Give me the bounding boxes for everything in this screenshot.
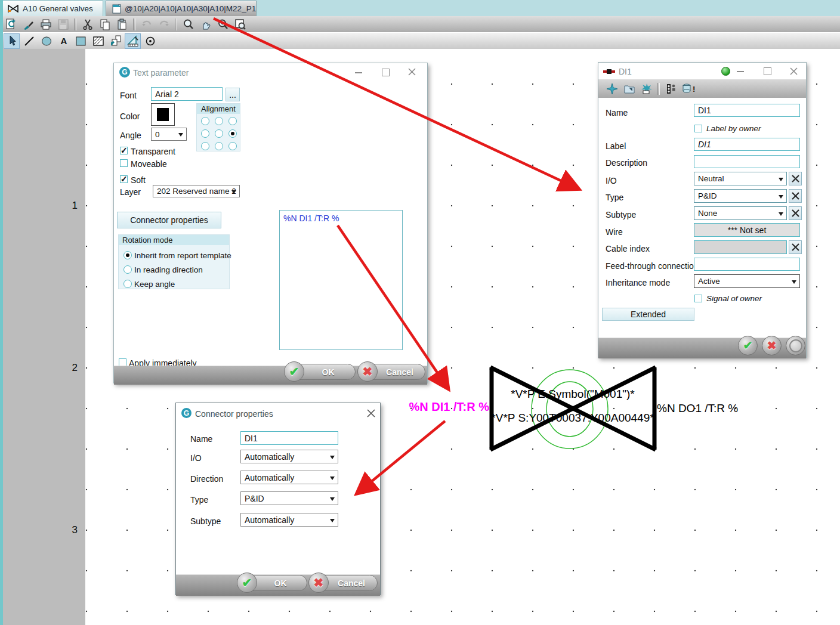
zoom-icon[interactable] [180, 17, 196, 32]
rotation-radio-inherit[interactable] [123, 251, 132, 259]
name-field[interactable]: DI1 [240, 431, 338, 445]
text-icon[interactable]: A [55, 33, 72, 49]
dialog-title-bar[interactable]: G Text parameter [114, 63, 427, 81]
cable-clear-button[interactable] [789, 240, 802, 254]
signal-of-owner-checkbox[interactable] [694, 295, 702, 302]
check-icon: ✔ [284, 361, 304, 382]
connector-properties-button[interactable]: Connector properties [117, 212, 221, 228]
type-clear-button[interactable] [789, 189, 802, 203]
subtype-clear-button[interactable] [789, 206, 802, 220]
feed-through-field[interactable] [694, 258, 800, 271]
label-field[interactable]: DI1 [694, 138, 800, 151]
ok-circle-button[interactable]: ✔ [738, 336, 758, 355]
label-by-owner-checkbox[interactable] [694, 125, 702, 132]
open-folder-icon[interactable] [621, 81, 637, 97]
toolbar-separator [175, 18, 177, 30]
minimize-icon[interactable] [355, 72, 362, 73]
select-arrow-icon[interactable] [4, 33, 20, 49]
app-logo-icon: G [119, 67, 130, 78]
type-dropdown[interactable]: P&ID [240, 491, 338, 505]
transparent-checkbox[interactable] [120, 147, 128, 154]
alignment-radio[interactable] [201, 129, 209, 138]
rectangle-icon[interactable] [73, 33, 89, 49]
inheritance-dropdown[interactable]: Active [694, 274, 800, 288]
close-icon[interactable] [366, 409, 376, 418]
cut-icon[interactable] [79, 17, 95, 32]
tab-label: A10 General valves [23, 4, 93, 13]
copy-icon[interactable] [97, 17, 113, 32]
extended-button[interactable]: Extended [602, 308, 694, 321]
move-symbol-icon[interactable] [107, 33, 123, 49]
direction-dropdown[interactable]: Automatically [240, 471, 338, 484]
dialog-title: Text parameter [133, 68, 189, 78]
alignment-radio[interactable] [215, 129, 223, 138]
page-refresh-icon[interactable] [3, 17, 19, 32]
io-dropdown[interactable]: Neutral [694, 172, 787, 185]
alignment-radio[interactable] [228, 142, 237, 150]
symbol-attribute-text[interactable]: *V*P S:Y00T00037:Y00A00449* [474, 411, 671, 425]
toggle-list-icon[interactable] [663, 81, 679, 97]
maximize-icon[interactable] [382, 69, 390, 76]
subtype-dropdown[interactable]: None [694, 206, 787, 220]
symbol-attribute-text[interactable]: *V*P E.Symbol("M001")* [474, 388, 671, 401]
selected-connector-text[interactable]: %N DI1 /T:R % [391, 400, 489, 414]
io-clear-button[interactable] [789, 172, 802, 185]
wire-button[interactable]: *** Not set [694, 223, 800, 237]
line-icon[interactable] [21, 33, 37, 49]
description-field[interactable] [694, 155, 800, 168]
close-icon[interactable] [407, 67, 416, 76]
measure-icon[interactable] [125, 33, 141, 49]
color-swatch-value [157, 108, 169, 121]
chevron-down-icon [178, 133, 183, 137]
pan-icon[interactable] [197, 17, 214, 32]
dialog-title-bar[interactable]: G Connector properties [176, 403, 380, 423]
cancel-button[interactable]: ✖ Cancel [360, 364, 425, 380]
color-swatch[interactable] [151, 103, 175, 126]
center-point-icon[interactable] [142, 33, 158, 49]
alignment-radio[interactable] [215, 117, 223, 125]
alignment-radio[interactable] [201, 117, 209, 125]
ellipse-icon[interactable] [38, 33, 54, 49]
rotation-radio-reading[interactable] [123, 265, 132, 274]
hatch-icon[interactable] [90, 33, 106, 49]
color-label: Color [120, 112, 140, 121]
cancel-circle-button[interactable]: ✖ [762, 336, 782, 355]
text-preview-box: %N DI1 /T:R % [279, 210, 403, 350]
rotation-radio-keep[interactable] [123, 280, 132, 288]
apply-circle-button[interactable] [786, 336, 805, 355]
soft-checkbox[interactable] [120, 175, 128, 183]
brush-icon[interactable] [20, 17, 36, 32]
alignment-radio[interactable] [215, 142, 223, 150]
printer-icon[interactable] [38, 17, 54, 32]
font-browse-button[interactable]: ... [226, 88, 240, 101]
font-field[interactable]: Arial 2 [151, 87, 223, 101]
io-dropdown[interactable]: Automatically [240, 450, 338, 463]
dialog-title-bar[interactable]: DI1 [598, 63, 806, 79]
compass-icon[interactable] [604, 81, 620, 97]
alignment-radio[interactable] [201, 142, 209, 150]
type-dropdown[interactable]: P&ID [694, 189, 787, 203]
zoom-window-icon[interactable] [232, 17, 248, 32]
alignment-radio-selected[interactable] [228, 129, 237, 138]
moveable-checkbox[interactable] [120, 159, 128, 167]
tab-general-valves[interactable]: A10 General valves [1, 1, 103, 16]
database-alert-icon[interactable]: ! [680, 81, 696, 97]
paint-splash-icon[interactable] [638, 81, 654, 97]
ok-button[interactable]: ✔ OK [239, 575, 307, 591]
connector-text[interactable]: %N DO1 /T:R % [657, 402, 738, 415]
ok-button[interactable]: ✔ OK [286, 364, 356, 380]
name-field[interactable]: DI1 [694, 104, 800, 117]
tab-m22-p1[interactable]: @10|A20|A10|A10|A30|A10|M22_P1 [106, 1, 257, 16]
subtype-dropdown[interactable]: Automatically [240, 513, 338, 527]
alignment-radio[interactable] [228, 117, 237, 125]
minimize-icon[interactable] [737, 71, 744, 72]
angle-dropdown[interactable]: 0 [151, 128, 187, 141]
toolbar-separator [657, 83, 660, 95]
zoom-plus-icon[interactable] [215, 17, 231, 32]
layer-dropdown[interactable]: 202 Reserved name 2 [153, 185, 240, 197]
maximize-icon[interactable] [764, 67, 771, 75]
paste-icon[interactable] [114, 17, 130, 32]
close-icon[interactable] [789, 67, 798, 76]
valve-symbol[interactable] [477, 357, 662, 458]
cancel-button[interactable]: ✖ Cancel [311, 575, 378, 591]
